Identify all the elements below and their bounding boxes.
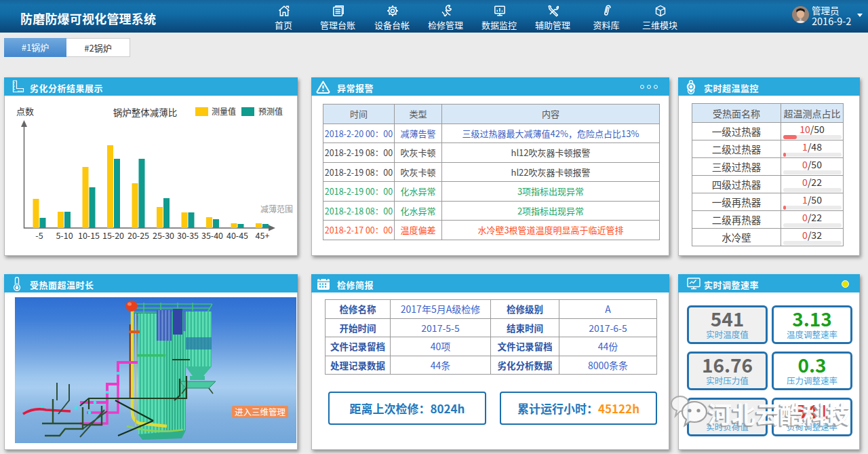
svg-text:40-45: 40-45 xyxy=(226,229,248,242)
svg-text:锅炉整体减薄比: 锅炉整体减薄比 xyxy=(113,105,178,119)
svg-text:预测值: 预测值 xyxy=(258,105,283,117)
svg-text:45+: 45+ xyxy=(256,229,270,242)
svg-text:25-30: 25-30 xyxy=(153,229,174,242)
svg-text:10-15: 10-15 xyxy=(78,229,100,242)
svg-text:15-20: 15-20 xyxy=(102,229,124,242)
svg-text:-5: -5 xyxy=(35,229,43,242)
svg-text:20-25: 20-25 xyxy=(127,229,149,242)
svg-text:5-10: 5-10 xyxy=(56,229,73,242)
svg-text:35-40: 35-40 xyxy=(201,229,223,242)
svg-text:30-35: 30-35 xyxy=(177,229,199,242)
svg-text:测量值: 测量值 xyxy=(212,105,236,117)
svg-text:点数: 点数 xyxy=(16,105,34,117)
svg-text:减薄范围: 减薄范围 xyxy=(260,203,293,214)
svg-text:河北云酷科技: 河北云酷科技 xyxy=(708,396,850,430)
